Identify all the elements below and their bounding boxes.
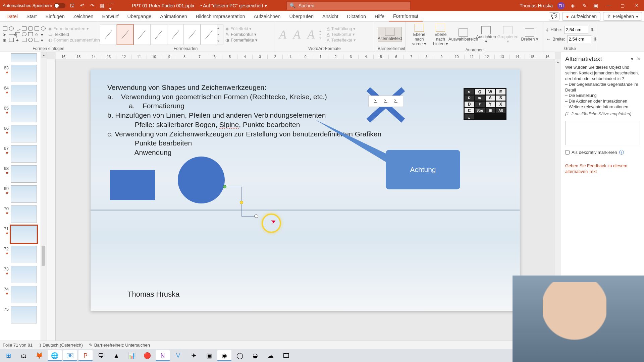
tab-review[interactable]: Überprüfen — [285, 11, 318, 21]
slide-canvas[interactable]: Verwendung von Shapes und Zeichenwerkzeu… — [91, 69, 520, 311]
slide-thumbnail[interactable]: 74★ — [1, 286, 47, 303]
accessibility-status[interactable]: ✎ Barrierefreiheit: Untersuchen — [89, 343, 150, 348]
taskbar-app-3[interactable]: 🔴 — [140, 350, 154, 361]
comments-button[interactable]: 💬 — [549, 12, 559, 20]
slide-editor[interactable]: 1615141312111098765432101234567891011121… — [47, 52, 561, 354]
redo-icon[interactable]: ↷ — [89, 2, 96, 9]
tab-draw[interactable]: Zeichnen — [69, 11, 98, 21]
keyboard-image[interactable]: ⎋QWER↹ASD⇧YXCStrg⊞Alt␣ — [464, 88, 506, 120]
pane-close-icon[interactable]: ✕ — [637, 56, 641, 62]
start-button[interactable]: ⊞ — [1, 350, 15, 361]
height-input[interactable] — [564, 26, 588, 34]
bring-forward-button[interactable]: Ebene nach vorne ▾ — [409, 23, 430, 47]
autosave-toggle[interactable]: Automatisches Speichern — [3, 3, 65, 8]
slide-thumbnail[interactable]: 63★ — [1, 65, 47, 82]
taskbar-app-2[interactable]: 📊 — [125, 350, 139, 361]
feedback-link[interactable]: Geben Sie Feedback zu diesem alternative… — [561, 156, 644, 175]
user-name[interactable]: Thomas Hruska — [520, 3, 553, 8]
toggle-switch-icon[interactable] — [54, 3, 65, 8]
rectangle-shape[interactable] — [110, 170, 155, 200]
taskbar-app-1[interactable]: 🗨 — [94, 350, 108, 361]
tab-start[interactable]: Start — [22, 11, 41, 21]
circle-shape[interactable] — [178, 157, 225, 203]
slide-thumbnail[interactable]: 70★ — [1, 205, 47, 223]
rotate-button[interactable]: Drehen ▾ — [519, 28, 540, 43]
slide-thumbnail[interactable]: 67★ — [1, 145, 47, 163]
taskbar-vscode[interactable]: V — [171, 350, 185, 361]
decorative-checkbox-input[interactable] — [565, 150, 570, 155]
taskbar-app-4[interactable]: ▣ — [202, 350, 216, 361]
shape-outline-button[interactable]: ✎ Formkontur ▾ — [225, 32, 258, 37]
taskbar-app-8[interactable]: 🗔 — [279, 350, 293, 361]
slide-thumbnail[interactable]: 66★ — [1, 125, 47, 142]
wordart-gallery[interactable]: AAA ▴▾▾ — [277, 27, 325, 42]
pane-options-icon[interactable]: ▾ — [631, 56, 633, 62]
undo-icon[interactable]: ↶ — [79, 2, 86, 9]
callout-shape[interactable]: Achtung — [386, 150, 460, 189]
tab-help[interactable]: Hilfe — [370, 11, 389, 21]
width-field[interactable]: ↔ Breite:⥮ — [546, 35, 597, 43]
shape-effects-button[interactable]: ◑ Formeffekte ▾ — [225, 38, 258, 43]
save-icon[interactable]: 🖫 — [69, 2, 75, 9]
close-button[interactable]: ✕ — [632, 2, 641, 9]
taskbar-app-5[interactable]: ◯ — [233, 350, 247, 361]
connector-end-handle[interactable] — [254, 215, 258, 218]
slide-thumbnail[interactable]: 69★ — [1, 185, 47, 203]
taskbar-vlc[interactable]: ▲ — [109, 350, 123, 361]
taskbar-powerpoint[interactable]: P — [78, 350, 93, 361]
elbow-connector-selected[interactable] — [225, 187, 258, 220]
slide-thumbnail[interactable]: 68★ — [1, 165, 47, 183]
line-style-gallery[interactable]: ▴▾▾ — [100, 24, 223, 45]
minimize-button[interactable]: — — [604, 2, 613, 9]
search-input[interactable] — [299, 3, 408, 8]
qat-more-icon[interactable]: ⋯ ▾ — [109, 2, 116, 9]
present-icon[interactable]: ▦ — [99, 2, 106, 9]
slide-thumbnails[interactable]: 63★64★65★66★67★68★69★70★71★72★73★74★75 ▴… — [0, 52, 47, 354]
taskbar-explorer[interactable]: 🗂 — [17, 350, 31, 361]
taskbar-app-7[interactable]: ☁ — [264, 350, 278, 361]
thumbnails-scrollbar[interactable]: ▴▾ — [41, 52, 47, 354]
window-icon[interactable]: ▣ — [592, 2, 599, 9]
document-title[interactable]: PPT 01 Roter Faden 001.pptx — [132, 3, 194, 8]
taskbar-telegram[interactable]: ✈ — [186, 350, 201, 361]
tab-view[interactable]: Ansicht — [318, 11, 343, 21]
tab-file[interactable]: Datei — [2, 11, 22, 21]
save-status[interactable]: • Auf "diesem PC" gespeichert ▾ — [200, 3, 267, 8]
x-inset-img[interactable]: ఽ ఽ ఽ — [368, 96, 403, 107]
slide-thumbnail[interactable]: 65★ — [1, 105, 47, 122]
slide-thumbnail[interactable]: 64★ — [1, 85, 47, 102]
tab-transitions[interactable]: Übergänge — [123, 11, 156, 21]
alt-text-button[interactable]: Alternativtext — [378, 27, 402, 42]
slide-counter[interactable]: Folie 71 von 81 — [3, 343, 33, 348]
tab-slideshow[interactable]: Bildschirmpräsentation — [192, 11, 250, 21]
user-avatar[interactable]: TH — [557, 2, 565, 9]
connector-start-handle[interactable] — [223, 185, 226, 188]
language-status[interactable]: ▯ Deutsch (Österreich) — [39, 343, 83, 348]
tab-animations[interactable]: Animationen — [156, 11, 192, 21]
brush-icon[interactable]: ✎ — [581, 2, 588, 9]
slide-thumbnail[interactable]: 72★ — [1, 246, 47, 263]
maximize-button[interactable]: ▢ — [618, 2, 627, 9]
record-button[interactable]: Aufzeichnen — [562, 12, 600, 21]
taskbar-firefox[interactable]: 🦊 — [32, 350, 46, 361]
tab-shape-format[interactable]: Formformat — [389, 11, 423, 21]
search-box[interactable]: 🔍 — [286, 1, 411, 10]
slide-thumbnail[interactable]: 73★ — [1, 266, 47, 283]
taskbar-obs[interactable]: ◉ — [217, 350, 231, 361]
width-input[interactable] — [567, 35, 591, 43]
connector-adjust-handle[interactable] — [240, 201, 243, 204]
tab-design[interactable]: Entwurf — [98, 11, 123, 21]
author-name[interactable]: Thomas Hruska — [127, 290, 179, 299]
taskbar-onenote[interactable]: N — [156, 350, 170, 361]
tab-record[interactable]: Aufzeichnen — [250, 11, 285, 21]
slide-thumbnail[interactable]: 71★ — [1, 226, 47, 243]
taskbar-outlook[interactable]: 📧 — [63, 350, 77, 361]
taskbar-chrome[interactable]: 🌐 — [48, 350, 62, 361]
diamond-icon[interactable]: ◈ — [570, 2, 576, 9]
height-field[interactable]: ‡ Höhe:⥮ — [546, 26, 597, 34]
tab-dictation[interactable]: Dictation — [343, 11, 370, 21]
taskbar-app-6[interactable]: ◒ — [248, 350, 262, 361]
slide-thumbnail[interactable]: 75 — [1, 306, 47, 323]
share-button[interactable]: ⇪ Freigeben ▾ — [603, 12, 642, 21]
decorative-checkbox[interactable]: Als dekorativ markieren i — [561, 148, 644, 156]
